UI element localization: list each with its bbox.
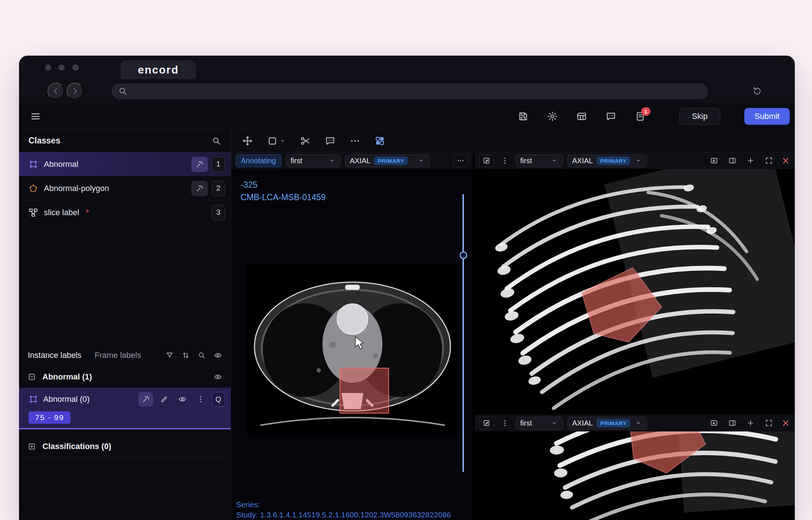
edit-instance-button[interactable] [157, 392, 171, 407]
instance-label: Abnormal (0) [43, 394, 90, 404]
browser-navbar [19, 79, 795, 103]
tab-instance-labels[interactable]: Instance labels [28, 351, 82, 360]
class-item-slice-label[interactable]: slice label * 3 [19, 201, 231, 225]
close-view-button[interactable] [781, 156, 790, 165]
menu-button[interactable] [30, 111, 41, 122]
collapse-button[interactable] [28, 373, 36, 381]
series-select[interactable]: first [515, 417, 563, 430]
labels-search-button[interactable] [198, 351, 206, 359]
label-overlay-button[interactable] [708, 417, 720, 430]
class-item-abnormal-polygon[interactable]: Abnormal-polygon 2 [19, 176, 231, 201]
plane-select[interactable]: AXIAL PRIMARY [567, 154, 647, 167]
slice-slider-handle[interactable] [460, 251, 467, 259]
instance-visibility-button[interactable] [175, 392, 190, 407]
slice-slider-track[interactable] [462, 194, 464, 472]
classes-header: Classes [19, 130, 231, 152]
volume-bottom-canvas[interactable] [475, 431, 795, 520]
frame-range-badge: 75 - 99 [29, 411, 71, 424]
expand-button[interactable] [28, 442, 36, 450]
axial-viewport-header: Annotating first AXIAL PRIMARY [231, 152, 473, 169]
pan-tool-button[interactable] [242, 135, 253, 146]
grid-view-button[interactable] [576, 111, 587, 122]
skip-button[interactable]: Skip [679, 108, 720, 125]
auto-annotate-button[interactable] [191, 157, 208, 172]
series-select[interactable]: first [515, 154, 563, 167]
annotation-toolbar [231, 130, 795, 152]
settings-button[interactable] [547, 111, 558, 122]
view-more-button[interactable] [499, 154, 511, 167]
rename-view-button[interactable] [479, 417, 494, 430]
rename-view-button[interactable] [479, 154, 494, 167]
traffic-light-dot[interactable] [58, 64, 65, 71]
instance-row[interactable]: Abnormal (0) Q [19, 388, 231, 411]
browser-tab[interactable]: encord [121, 60, 196, 79]
tasks-button[interactable]: 1 [635, 111, 646, 122]
save-icon [518, 111, 529, 122]
table-icon [576, 111, 587, 122]
comments-button[interactable] [605, 111, 616, 122]
series-label: Series: [236, 500, 260, 509]
group-visibility-button[interactable] [214, 373, 222, 381]
plane-select[interactable]: AXIAL PRIMARY [345, 154, 430, 167]
sort-icon [182, 351, 190, 359]
series-select[interactable]: first [286, 154, 341, 167]
traffic-light-dot[interactable] [45, 64, 51, 71]
auto-annotate-button[interactable] [191, 181, 208, 196]
add-view-button[interactable] [744, 417, 757, 430]
edit-icon [483, 419, 491, 427]
gear-icon [547, 111, 558, 122]
eye-icon [214, 373, 222, 381]
forward-button[interactable] [67, 83, 83, 100]
ellipsis-icon [350, 135, 360, 146]
annotating-mode-chip[interactable]: Annotating [235, 154, 282, 167]
edit-icon [483, 157, 491, 165]
save-button[interactable] [518, 111, 529, 122]
shape-tool-button[interactable] [267, 135, 286, 146]
relation-icon [29, 208, 38, 217]
reload-button[interactable] [752, 86, 763, 97]
close-view-button[interactable] [781, 418, 790, 428]
comment-tool-button[interactable] [325, 135, 336, 146]
annotation-bounding-box[interactable] [340, 368, 389, 414]
viewport-more-button[interactable] [453, 154, 468, 167]
submit-button[interactable]: Submit [744, 108, 790, 125]
filter-button[interactable] [166, 351, 174, 359]
group-label: Abnormal (1) [42, 372, 92, 382]
class-item-abnormal[interactable]: Abnormal 1 [19, 152, 231, 176]
traffic-light-dot[interactable] [72, 64, 79, 71]
instance-more-button[interactable] [193, 392, 208, 407]
classes-search-button[interactable] [212, 136, 221, 146]
series-select-value: first [291, 157, 302, 165]
app-logo: encord [138, 64, 179, 76]
visibility-button[interactable] [214, 351, 222, 359]
axial-canvas[interactable]: -325 CMB-LCA-MSB-01459 [231, 169, 473, 520]
more-tools-button[interactable] [350, 135, 360, 146]
side-panel-button[interactable] [726, 417, 739, 430]
layout-button[interactable] [374, 135, 385, 146]
plane-select[interactable]: AXIAL PRIMARY [567, 417, 647, 430]
browser-chrome: encord [19, 56, 795, 79]
pen-icon [160, 395, 168, 403]
refresh-icon [752, 86, 763, 97]
labels-tabbar: Instance labels Frame labels [19, 345, 231, 366]
label-overlay-button[interactable] [708, 154, 720, 167]
fullscreen-button[interactable] [763, 154, 775, 167]
sort-button[interactable] [182, 351, 190, 359]
side-panel-button[interactable] [726, 154, 739, 167]
instance-group-row[interactable]: Abnormal (1) [19, 366, 231, 388]
hotkey-badge: 3 [212, 205, 225, 220]
classifications-row[interactable]: Classifications (0) [19, 435, 231, 458]
auto-annotate-button[interactable] [139, 392, 153, 407]
minus-square-icon [28, 373, 36, 381]
volume-top-canvas[interactable] [475, 169, 795, 413]
cut-tool-button[interactable] [300, 135, 311, 146]
url-bar[interactable] [112, 84, 708, 99]
tab-frame-labels[interactable]: Frame labels [95, 351, 141, 360]
volume-top-header: first AXIAL PRIMARY [475, 152, 795, 169]
add-view-button[interactable] [744, 154, 757, 167]
comment-icon [325, 135, 336, 146]
fullscreen-button[interactable] [763, 417, 775, 430]
view-more-button[interactable] [499, 417, 511, 430]
back-button[interactable] [48, 83, 64, 100]
classifications-label: Classifications (0) [42, 442, 111, 451]
